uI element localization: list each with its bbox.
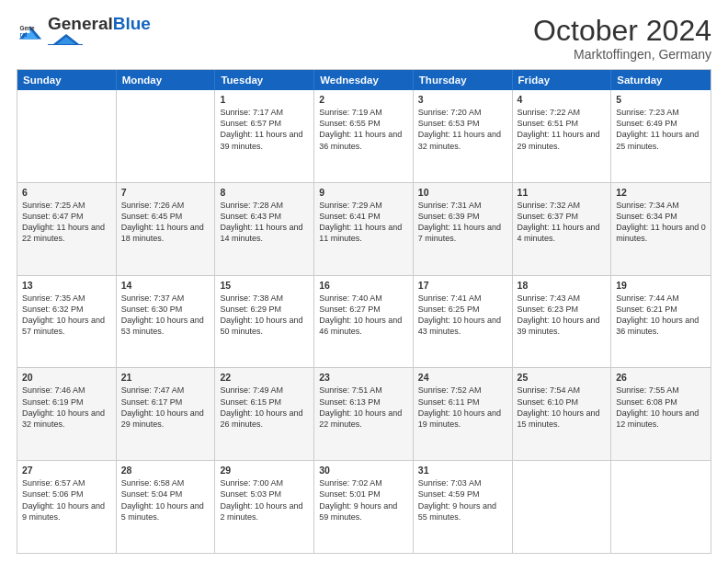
cell-text: Sunrise: 7:43 AMSunset: 6:23 PMDaylight:… [518,293,607,338]
calendar-body: 1Sunrise: 7:17 AMSunset: 6:57 PMDaylight… [17,90,711,553]
calendar-cell [611,461,711,553]
day-number: 20 [22,372,111,383]
calendar-row: 13Sunrise: 7:35 AMSunset: 6:32 PMDayligh… [17,276,711,369]
calendar-cell: 3Sunrise: 7:20 AMSunset: 6:53 PMDaylight… [414,90,513,182]
calendar-cell: 25Sunrise: 7:54 AMSunset: 6:10 PMDayligh… [513,368,612,460]
cell-text: Sunrise: 7:40 AMSunset: 6:27 PMDaylight:… [319,293,408,338]
cell-text: Sunrise: 7:44 AMSunset: 6:21 PMDaylight:… [616,293,706,338]
day-number: 9 [319,187,408,198]
day-number: 1 [220,94,309,105]
calendar-cell: 23Sunrise: 7:51 AMSunset: 6:13 PMDayligh… [314,368,414,460]
calendar-cell: 22Sunrise: 7:49 AMSunset: 6:15 PMDayligh… [215,368,314,460]
cell-text: Sunrise: 7:03 AMSunset: 4:59 PMDaylight:… [418,477,507,523]
day-number: 22 [220,372,309,383]
day-number: 23 [319,372,408,383]
day-number: 17 [418,280,507,291]
day-number: 21 [121,372,210,383]
calendar-cell: 24Sunrise: 7:52 AMSunset: 6:11 PMDayligh… [414,368,513,460]
logo-general: General [48,14,113,33]
calendar-cell [513,461,612,553]
day-number: 27 [22,465,111,476]
cell-text: Sunrise: 7:29 AMSunset: 6:41 PMDaylight:… [319,200,408,245]
calendar-cell: 29Sunrise: 7:00 AMSunset: 5:03 PMDayligh… [215,461,314,553]
page: Gene ral GeneralBlue October 2024 Markto… [0,0,728,563]
calendar-cell: 11Sunrise: 7:32 AMSunset: 6:37 PMDayligh… [513,183,612,275]
calendar-cell: 30Sunrise: 7:02 AMSunset: 5:01 PMDayligh… [314,461,414,553]
day-number: 10 [418,187,507,198]
logo-wave [48,32,83,45]
calendar-cell: 21Sunrise: 7:47 AMSunset: 6:17 PMDayligh… [117,368,216,460]
calendar-cell: 28Sunrise: 6:58 AMSunset: 5:04 PMDayligh… [117,461,216,553]
cell-text: Sunrise: 7:41 AMSunset: 6:25 PMDaylight:… [418,293,507,338]
calendar-cell: 12Sunrise: 7:34 AMSunset: 6:34 PMDayligh… [611,183,711,275]
cell-text: Sunrise: 7:22 AMSunset: 6:51 PMDaylight:… [518,107,607,152]
calendar-header-cell: Thursday [414,70,513,90]
cell-text: Sunrise: 7:51 AMSunset: 6:13 PMDaylight:… [319,385,408,430]
logo: Gene ral GeneralBlue [17,15,151,49]
calendar-cell: 8Sunrise: 7:28 AMSunset: 6:43 PMDaylight… [215,183,314,275]
cell-text: Sunrise: 7:37 AMSunset: 6:30 PMDaylight:… [121,293,210,338]
cell-text: Sunrise: 7:20 AMSunset: 6:53 PMDaylight:… [418,107,507,152]
logo-text-block: GeneralBlue [48,15,151,49]
day-number: 29 [220,465,309,476]
cell-text: Sunrise: 7:23 AMSunset: 6:49 PMDaylight:… [616,107,706,152]
calendar-cell: 27Sunrise: 6:57 AMSunset: 5:06 PMDayligh… [17,461,117,553]
calendar-cell [17,90,117,182]
calendar-row: 20Sunrise: 7:46 AMSunset: 6:19 PMDayligh… [17,368,711,461]
day-number: 30 [319,465,408,476]
calendar-row: 6Sunrise: 7:25 AMSunset: 6:47 PMDaylight… [17,183,711,276]
day-number: 28 [121,465,210,476]
cell-text: Sunrise: 7:02 AMSunset: 5:01 PMDaylight:… [319,477,408,523]
calendar-header-cell: Monday [117,70,216,90]
day-number: 8 [220,187,309,198]
cell-text: Sunrise: 7:31 AMSunset: 6:39 PMDaylight:… [418,200,507,245]
logo-icon: Gene ral [17,25,44,41]
location: Marktoffingen, Germany [533,47,711,62]
day-number: 15 [220,280,309,291]
cell-text: Sunrise: 7:26 AMSunset: 6:45 PMDaylight:… [121,200,210,245]
svg-text:ral: ral [19,30,27,37]
calendar-cell: 20Sunrise: 7:46 AMSunset: 6:19 PMDayligh… [17,368,117,460]
day-number: 25 [518,372,607,383]
calendar-cell: 19Sunrise: 7:44 AMSunset: 6:21 PMDayligh… [611,276,711,368]
day-number: 12 [616,187,706,198]
day-number: 19 [616,280,706,291]
cell-text: Sunrise: 7:55 AMSunset: 6:08 PMDaylight:… [616,385,706,430]
calendar-header-cell: Sunday [17,70,117,90]
calendar-header-cell: Saturday [611,70,711,90]
day-number: 3 [418,94,507,105]
calendar-cell: 18Sunrise: 7:43 AMSunset: 6:23 PMDayligh… [513,276,612,368]
day-number: 5 [616,94,706,105]
calendar-header-cell: Friday [513,70,612,90]
calendar-cell: 10Sunrise: 7:31 AMSunset: 6:39 PMDayligh… [414,183,513,275]
calendar-cell: 17Sunrise: 7:41 AMSunset: 6:25 PMDayligh… [414,276,513,368]
day-number: 16 [319,280,408,291]
title-block: October 2024 Marktoffingen, Germany [533,15,711,62]
calendar-cell: 6Sunrise: 7:25 AMSunset: 6:47 PMDaylight… [17,183,117,275]
day-number: 26 [616,372,706,383]
cell-text: Sunrise: 6:58 AMSunset: 5:04 PMDaylight:… [121,477,210,523]
day-number: 24 [418,372,507,383]
cell-text: Sunrise: 7:17 AMSunset: 6:57 PMDaylight:… [220,107,309,152]
day-number: 4 [518,94,607,105]
cell-text: Sunrise: 7:00 AMSunset: 5:03 PMDaylight:… [220,477,309,523]
day-number: 11 [518,187,607,198]
calendar-header-cell: Wednesday [314,70,414,90]
calendar-cell: 16Sunrise: 7:40 AMSunset: 6:27 PMDayligh… [314,276,414,368]
day-number: 6 [22,187,111,198]
calendar-cell: 14Sunrise: 7:37 AMSunset: 6:30 PMDayligh… [117,276,216,368]
cell-text: Sunrise: 7:52 AMSunset: 6:11 PMDaylight:… [418,385,507,430]
header: Gene ral GeneralBlue October 2024 Markto… [17,15,711,62]
cell-text: Sunrise: 7:34 AMSunset: 6:34 PMDaylight:… [616,200,706,245]
cell-text: Sunrise: 7:46 AMSunset: 6:19 PMDaylight:… [22,385,111,430]
calendar-row: 1Sunrise: 7:17 AMSunset: 6:57 PMDaylight… [17,90,711,183]
calendar-cell: 26Sunrise: 7:55 AMSunset: 6:08 PMDayligh… [611,368,711,460]
calendar-cell: 13Sunrise: 7:35 AMSunset: 6:32 PMDayligh… [17,276,117,368]
cell-text: Sunrise: 7:54 AMSunset: 6:10 PMDaylight:… [518,385,607,430]
day-number: 13 [22,280,111,291]
cell-text: Sunrise: 7:35 AMSunset: 6:32 PMDaylight:… [22,293,111,338]
month-title: October 2024 [533,15,711,47]
cell-text: Sunrise: 6:57 AMSunset: 5:06 PMDaylight:… [22,477,111,523]
cell-text: Sunrise: 7:25 AMSunset: 6:47 PMDaylight:… [22,200,111,245]
day-number: 14 [121,280,210,291]
